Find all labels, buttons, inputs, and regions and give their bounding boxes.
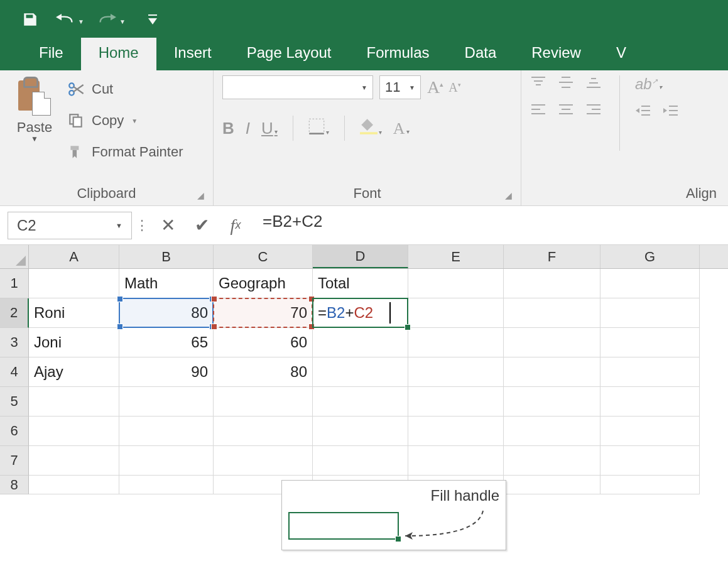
- align-center-button[interactable]: [558, 103, 574, 118]
- cell-D7[interactable]: [313, 446, 408, 476]
- cancel-formula-button[interactable]: ✕: [151, 212, 185, 239]
- name-box[interactable]: C2 ▼: [8, 212, 132, 239]
- cell-F3[interactable]: [504, 328, 600, 357]
- increase-font-button[interactable]: A▴: [427, 77, 443, 97]
- cell-F7[interactable]: [504, 446, 600, 476]
- cell-G3[interactable]: [600, 328, 700, 357]
- tab-file[interactable]: File: [21, 38, 81, 70]
- clipboard-launcher-icon[interactable]: ◢: [197, 190, 204, 200]
- cell-D6[interactable]: [313, 417, 408, 446]
- namebox-resize-handle[interactable]: ⋮: [132, 217, 151, 234]
- cell-E3[interactable]: [408, 328, 504, 357]
- cell-D4[interactable]: [313, 357, 408, 387]
- row-header-7[interactable]: 7: [0, 446, 29, 476]
- align-top-button[interactable]: [530, 75, 546, 92]
- borders-button[interactable]: ▾: [308, 118, 329, 139]
- cell-C7[interactable]: [214, 446, 313, 476]
- cell-B3[interactable]: 65: [119, 328, 214, 357]
- cell-E5[interactable]: [408, 387, 504, 417]
- cell-C2[interactable]: 70: [214, 298, 313, 328]
- cell-G2[interactable]: [600, 298, 700, 328]
- row-header-3[interactable]: 3: [0, 328, 29, 357]
- col-header-B[interactable]: B: [119, 245, 214, 268]
- cell-E2[interactable]: [408, 298, 504, 328]
- cell-G7[interactable]: [600, 446, 700, 476]
- save-button[interactable]: [18, 7, 43, 32]
- paste-dropdown-icon[interactable]: ▼: [31, 134, 38, 143]
- cell-A2[interactable]: Roni: [29, 298, 119, 328]
- underline-button[interactable]: U▾: [261, 119, 278, 138]
- col-header-F[interactable]: F: [504, 245, 600, 268]
- col-header-C[interactable]: C: [214, 245, 313, 268]
- cell-F5[interactable]: [504, 387, 600, 417]
- enter-formula-button[interactable]: ✔: [185, 212, 219, 239]
- decrease-indent-button[interactable]: [635, 104, 651, 119]
- formula-bar-input[interactable]: =B2+C2: [253, 212, 720, 239]
- cell-A4[interactable]: Ajay: [29, 357, 119, 387]
- select-all-corner[interactable]: [0, 245, 29, 268]
- cell-E6[interactable]: [408, 417, 504, 446]
- cell-B6[interactable]: [119, 417, 214, 446]
- cell-D3[interactable]: [313, 328, 408, 357]
- cell-G1[interactable]: [600, 269, 700, 298]
- paste-button[interactable]: Paste ▼: [9, 75, 60, 143]
- row-header-8[interactable]: 8: [0, 476, 29, 494]
- tab-page-layout[interactable]: Page Layout: [229, 38, 349, 70]
- cell-E4[interactable]: [408, 357, 504, 387]
- redo-button[interactable]: [94, 7, 119, 32]
- align-middle-button[interactable]: [558, 75, 574, 92]
- tab-review[interactable]: Review: [514, 38, 599, 70]
- col-header-G[interactable]: G: [600, 245, 700, 268]
- copy-button[interactable]: Copy ▼: [67, 107, 183, 134]
- row-header-5[interactable]: 5: [0, 387, 29, 417]
- orientation-button[interactable]: ab↗▾: [635, 75, 662, 93]
- cell-A1[interactable]: [29, 269, 119, 298]
- font-launcher-icon[interactable]: ◢: [505, 190, 512, 200]
- cell-B5[interactable]: [119, 387, 214, 417]
- bold-button[interactable]: B: [222, 119, 234, 138]
- cell-E1[interactable]: [408, 269, 504, 298]
- tab-formulas[interactable]: Formulas: [349, 38, 447, 70]
- copy-dropdown-icon[interactable]: ▼: [131, 117, 138, 124]
- cell-C1[interactable]: Geograph: [214, 269, 313, 298]
- cell-F8[interactable]: [504, 476, 600, 494]
- cell-A6[interactable]: [29, 417, 119, 446]
- cell-A7[interactable]: [29, 446, 119, 476]
- col-header-A[interactable]: A: [29, 245, 119, 268]
- tab-home[interactable]: Home: [81, 38, 156, 70]
- cell-E7[interactable]: [408, 446, 504, 476]
- tab-view[interactable]: V: [599, 38, 630, 70]
- cell-B7[interactable]: [119, 446, 214, 476]
- row-header-4[interactable]: 4: [0, 357, 29, 387]
- italic-button[interactable]: I: [246, 119, 250, 138]
- cell-B2[interactable]: 80: [119, 298, 214, 328]
- cell-F4[interactable]: [504, 357, 600, 387]
- align-right-button[interactable]: [585, 103, 602, 118]
- cell-B1[interactable]: Math: [119, 269, 214, 298]
- cell-B8[interactable]: [119, 476, 214, 494]
- undo-button[interactable]: [53, 7, 78, 32]
- row-header-2[interactable]: 2: [0, 298, 29, 328]
- tab-insert[interactable]: Insert: [156, 38, 229, 70]
- cell-C5[interactable]: [214, 387, 313, 417]
- cell-D1[interactable]: Total: [313, 269, 408, 298]
- insert-function-button[interactable]: fx: [219, 212, 253, 239]
- cell-A3[interactable]: Joni: [29, 328, 119, 357]
- cell-F2[interactable]: [504, 298, 600, 328]
- font-color-button[interactable]: A▾: [393, 119, 410, 138]
- cell-A8[interactable]: [29, 476, 119, 494]
- cell-G6[interactable]: [600, 417, 700, 446]
- col-header-E[interactable]: E: [408, 245, 504, 268]
- format-painter-button[interactable]: Format Painter: [67, 138, 183, 166]
- align-left-button[interactable]: [530, 103, 546, 118]
- redo-dropdown[interactable]: ▼: [119, 14, 126, 25]
- cell-G5[interactable]: [600, 387, 700, 417]
- cell-A5[interactable]: [29, 387, 119, 417]
- tab-data[interactable]: Data: [447, 38, 514, 70]
- font-size-select[interactable]: 11 ▼: [379, 75, 421, 99]
- cell-F1[interactable]: [504, 269, 600, 298]
- cell-G4[interactable]: [600, 357, 700, 387]
- col-header-D[interactable]: D: [313, 245, 408, 268]
- align-bottom-button[interactable]: [585, 75, 602, 92]
- cell-B4[interactable]: 90: [119, 357, 214, 387]
